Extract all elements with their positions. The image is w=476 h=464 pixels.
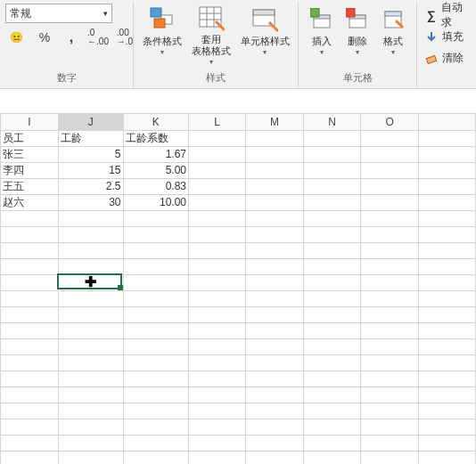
cell[interactable] [1, 451, 59, 464]
cell[interactable] [189, 306, 246, 322]
cell[interactable]: 员工 [1, 130, 59, 146]
cell[interactable] [189, 322, 246, 338]
cell[interactable] [246, 403, 304, 419]
cell[interactable]: 赵六 [1, 194, 59, 210]
cell[interactable] [58, 338, 123, 354]
cell[interactable] [1, 338, 59, 354]
clear-button[interactable]: 清除 [423, 48, 474, 68]
cell[interactable] [58, 210, 123, 226]
cell[interactable] [246, 258, 304, 274]
cell[interactable] [58, 354, 123, 370]
cell[interactable] [123, 258, 189, 274]
accounting-format-button[interactable]: 😐 [5, 27, 30, 48]
cell[interactable] [189, 226, 246, 242]
cell[interactable] [361, 338, 418, 354]
cell[interactable] [418, 146, 475, 162]
percent-format-button[interactable]: % [32, 27, 57, 48]
cell[interactable] [58, 419, 123, 435]
column-header[interactable]: O [361, 114, 418, 130]
cell[interactable] [189, 258, 246, 274]
cell[interactable] [418, 130, 475, 146]
cell[interactable] [246, 146, 304, 162]
cell[interactable] [123, 354, 189, 370]
cell[interactable] [189, 290, 246, 306]
fill-button[interactable]: 填充 [423, 27, 474, 46]
cell[interactable] [189, 451, 246, 464]
cell[interactable] [361, 290, 418, 306]
cell[interactable] [1, 370, 59, 387]
cell[interactable] [246, 194, 304, 210]
cell[interactable] [123, 210, 189, 226]
cell[interactable] [418, 226, 475, 242]
cell[interactable] [58, 403, 123, 419]
cell[interactable] [246, 290, 304, 306]
conditional-formatting-button[interactable]: 条件格式 ▾ [139, 2, 185, 66]
cell[interactable] [1, 387, 59, 403]
cell[interactable] [246, 419, 304, 435]
cell[interactable] [58, 451, 123, 464]
cell[interactable] [418, 451, 475, 464]
cell[interactable] [123, 226, 189, 242]
cell[interactable]: 1.67 [123, 146, 189, 162]
cell[interactable] [189, 354, 246, 370]
cell[interactable] [246, 354, 304, 370]
cell[interactable] [123, 274, 189, 290]
cell[interactable] [1, 290, 59, 306]
cell[interactable] [1, 322, 59, 338]
number-format-select[interactable]: 常规 ▾ [5, 4, 112, 23]
cell[interactable] [246, 451, 304, 464]
cell[interactable] [123, 419, 189, 435]
cell[interactable] [418, 210, 475, 226]
cell[interactable] [189, 146, 246, 162]
format-button[interactable]: 格式 ▾ [375, 2, 411, 66]
cell[interactable] [418, 258, 475, 274]
cell[interactable] [189, 403, 246, 419]
cell[interactable]: 10.00 [123, 194, 189, 210]
cell[interactable] [303, 419, 360, 435]
cell-styles-button[interactable]: 单元格样式 ▾ [237, 2, 292, 66]
cell[interactable] [303, 435, 360, 451]
cell[interactable] [1, 306, 59, 322]
column-header[interactable]: J [58, 114, 123, 130]
cell[interactable] [246, 130, 304, 146]
column-header[interactable]: N [303, 114, 360, 130]
cell[interactable] [189, 242, 246, 258]
cell[interactable] [189, 210, 246, 226]
cell[interactable] [303, 258, 360, 274]
cell[interactable] [58, 306, 123, 322]
cell[interactable] [246, 338, 304, 354]
cell[interactable] [361, 451, 418, 464]
delete-button[interactable]: 删除 ▾ [340, 2, 375, 66]
cell[interactable]: 王五 [1, 178, 59, 194]
cell[interactable] [1, 274, 59, 290]
cell[interactable] [418, 306, 475, 322]
cell[interactable]: 5.00 [123, 162, 189, 178]
cell[interactable] [361, 130, 418, 146]
cell[interactable] [189, 435, 246, 451]
cell[interactable] [123, 403, 189, 419]
format-as-table-button[interactable]: 套用 表格格式 ▾ [185, 2, 237, 66]
column-header[interactable] [418, 114, 475, 130]
cell[interactable] [418, 322, 475, 338]
cell[interactable]: 15 [58, 162, 123, 178]
cell[interactable] [303, 130, 360, 146]
cell[interactable]: 0.83 [123, 178, 189, 194]
cell[interactable] [189, 370, 246, 387]
cell[interactable] [58, 322, 123, 338]
cell[interactable] [246, 370, 304, 387]
cell[interactable] [58, 274, 123, 290]
worksheet-grid[interactable]: IJKLMNO 员工工龄工龄系数张三51.67李四155.00王五2.50.83… [0, 114, 476, 464]
cell[interactable] [361, 370, 418, 387]
cell[interactable] [303, 242, 360, 258]
cell[interactable] [246, 226, 304, 242]
cell[interactable] [58, 258, 123, 274]
cell[interactable] [303, 370, 360, 387]
cell[interactable] [418, 370, 475, 387]
cell[interactable] [246, 306, 304, 322]
column-header[interactable]: I [1, 114, 59, 130]
cell[interactable] [189, 194, 246, 210]
comma-format-button[interactable]: , [59, 27, 84, 48]
cell[interactable] [303, 354, 360, 370]
cell[interactable] [58, 370, 123, 387]
cell[interactable] [1, 403, 59, 419]
